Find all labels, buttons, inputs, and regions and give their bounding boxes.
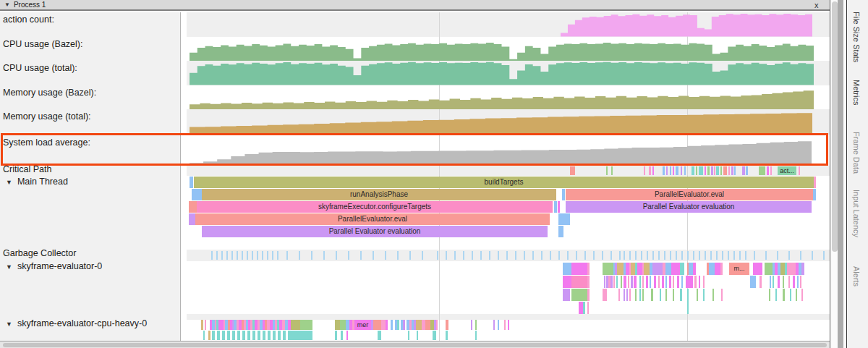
cpu-heavy-slice[interactable] bbox=[208, 331, 210, 340]
gc-event-tick[interactable] bbox=[693, 251, 694, 260]
critical-path-slice[interactable] bbox=[644, 166, 645, 175]
skyframe-evaluator-slice[interactable] bbox=[788, 276, 790, 288]
skyframe-evaluator-slice[interactable] bbox=[778, 276, 780, 288]
gc-event-tick[interactable] bbox=[446, 251, 447, 260]
gc-event-tick[interactable] bbox=[602, 251, 603, 260]
main-thread-slice-labeled-span[interactable]: Parallel Evaluator evaluation bbox=[202, 226, 548, 237]
skyframe-evaluator-slice[interactable] bbox=[651, 289, 653, 301]
gc-event-tick[interactable] bbox=[593, 251, 595, 260]
skyframe-evaluator-slice[interactable] bbox=[750, 276, 756, 288]
skyframe-evaluator-slice[interactable] bbox=[753, 263, 762, 275]
skyframe-evaluator-slice[interactable] bbox=[587, 289, 590, 301]
skyframe-evaluator-slice[interactable] bbox=[709, 263, 715, 275]
cpu-heavy-slice[interactable] bbox=[237, 331, 240, 340]
cpu-heavy-slice-labeled-span[interactable]: mer bbox=[354, 320, 371, 330]
main-thread-slice-labeled-span[interactable]: Parallel Evaluator evaluation bbox=[566, 201, 812, 213]
critical-path-slice[interactable] bbox=[670, 166, 671, 175]
skyframe-evaluator-slice[interactable] bbox=[616, 276, 618, 288]
skyframe-evaluator-slice[interactable] bbox=[635, 289, 637, 301]
skyframe-evaluator-slice[interactable] bbox=[637, 263, 642, 275]
cpu-heavy-slice[interactable] bbox=[433, 331, 436, 340]
skyframe-evaluator-slice[interactable] bbox=[680, 289, 682, 301]
cpu-heavy-slice[interactable] bbox=[425, 320, 430, 330]
side-tab-file-size-stats[interactable]: File Size Stats bbox=[852, 12, 861, 62]
skyframe-evaluator-slice[interactable] bbox=[665, 263, 671, 275]
main-thread-slice[interactable] bbox=[558, 213, 570, 225]
skyframe-evaluator-slice[interactable] bbox=[665, 276, 667, 288]
side-tab-alerts[interactable]: Alerts bbox=[852, 266, 861, 287]
gc-event-tick[interactable] bbox=[267, 251, 268, 260]
skyframe-evaluator-slice[interactable] bbox=[639, 276, 641, 288]
skyframe-evaluator-slice[interactable] bbox=[793, 276, 795, 288]
gc-event-tick[interactable] bbox=[664, 251, 665, 260]
gc-event-tick[interactable] bbox=[211, 251, 213, 260]
skyframe-evaluator-slice[interactable] bbox=[563, 263, 571, 275]
gc-event-tick[interactable] bbox=[373, 251, 374, 260]
main-thread-slice[interactable] bbox=[558, 226, 563, 237]
skyframe-evaluator-slice[interactable] bbox=[687, 289, 689, 314]
skyframe-evaluator-slice[interactable] bbox=[583, 302, 585, 314]
gc-event-tick[interactable] bbox=[524, 251, 525, 260]
skyframe-evaluator-slice[interactable] bbox=[631, 276, 633, 288]
gc-event-tick[interactable] bbox=[681, 251, 683, 260]
skyframe-evaluator-slice[interactable] bbox=[604, 276, 605, 288]
critical-path-slice[interactable] bbox=[696, 166, 697, 175]
critical-path-slice[interactable] bbox=[714, 166, 715, 175]
skyframe-evaluator-slice[interactable] bbox=[796, 289, 797, 301]
skyframe-evaluator-slice[interactable] bbox=[703, 276, 705, 288]
gc-event-tick[interactable] bbox=[733, 251, 735, 260]
cpu-heavy-slice[interactable] bbox=[203, 331, 205, 340]
skyframe-evaluator-slice[interactable] bbox=[603, 263, 613, 275]
cpu-heavy-slice[interactable] bbox=[373, 320, 381, 330]
counter-track-system-load-average[interactable] bbox=[190, 137, 812, 164]
gc-event-tick[interactable] bbox=[635, 251, 637, 260]
critical-path-slice[interactable] bbox=[770, 166, 772, 175]
main-thread-slice[interactable] bbox=[190, 177, 193, 188]
gc-event-tick[interactable] bbox=[231, 251, 233, 260]
gc-event-tick[interactable] bbox=[515, 251, 516, 260]
skyframe-evaluator-slice[interactable] bbox=[790, 289, 791, 301]
skyframe-evaluator-slice[interactable] bbox=[720, 263, 723, 275]
cpu-heavy-slice[interactable] bbox=[227, 331, 230, 340]
skyframe-evaluator-slice[interactable] bbox=[639, 289, 641, 301]
cpu-heavy-slice[interactable] bbox=[218, 320, 224, 330]
gc-event-tick[interactable] bbox=[699, 251, 700, 260]
counter-track-cpu-usage-bazel[interactable] bbox=[190, 37, 814, 61]
expand-arrow-icon[interactable]: ▼ bbox=[6, 263, 12, 271]
skyframe-evaluator-slice[interactable] bbox=[673, 276, 674, 288]
skyframe-evaluator-slice[interactable] bbox=[693, 263, 696, 275]
skyframe-evaluator-slice[interactable] bbox=[773, 276, 774, 288]
gc-event-tick[interactable] bbox=[558, 251, 560, 260]
critical-path-slice[interactable] bbox=[663, 166, 665, 175]
skyframe-evaluator-slice[interactable] bbox=[629, 289, 631, 301]
skyframe-evaluator-slice[interactable] bbox=[686, 276, 693, 288]
skyframe-evaluator-slice[interactable] bbox=[669, 276, 671, 288]
gc-event-tick[interactable] bbox=[437, 251, 438, 260]
gc-event-tick[interactable] bbox=[480, 251, 482, 260]
expand-arrow-icon[interactable]: ▼ bbox=[6, 321, 12, 328]
cpu-heavy-slice[interactable] bbox=[416, 320, 422, 330]
main-thread-slice[interactable] bbox=[189, 213, 195, 225]
gc-event-tick[interactable] bbox=[348, 251, 349, 260]
gc-event-tick[interactable] bbox=[541, 251, 542, 260]
critical-path-slice[interactable] bbox=[799, 166, 800, 175]
cpu-heavy-slice[interactable] bbox=[475, 331, 477, 340]
skyframe-evaluator-slice[interactable] bbox=[624, 276, 626, 288]
cpu-heavy-slice[interactable] bbox=[493, 320, 495, 330]
expand-arrow-icon[interactable]: ▼ bbox=[6, 179, 12, 186]
skyframe-evaluator-slice[interactable] bbox=[624, 289, 625, 301]
skyframe-evaluator-slice[interactable] bbox=[783, 289, 785, 301]
process-header[interactable]: ▼ Process 1 x bbox=[0, 0, 830, 11]
cpu-heavy-slice[interactable] bbox=[386, 320, 388, 330]
skyframe-evaluator-slice[interactable] bbox=[775, 289, 777, 301]
gc-event-tick[interactable] bbox=[765, 251, 767, 260]
main-thread-slice-labeled-span[interactable]: runAnalysisPhase bbox=[202, 189, 556, 200]
skyframe-evaluator-slice[interactable] bbox=[721, 289, 723, 301]
gc-event-tick[interactable] bbox=[687, 251, 689, 260]
critical-path-slice-labeled-span[interactable]: act... bbox=[778, 166, 796, 175]
skyframe-evaluator-slice[interactable] bbox=[571, 263, 587, 275]
skyframe-evaluator-slice[interactable] bbox=[797, 276, 799, 288]
critical-path-slice[interactable] bbox=[767, 166, 769, 175]
skyframe-evaluator-slice[interactable] bbox=[621, 276, 622, 288]
gc-event-tick[interactable] bbox=[216, 251, 218, 260]
